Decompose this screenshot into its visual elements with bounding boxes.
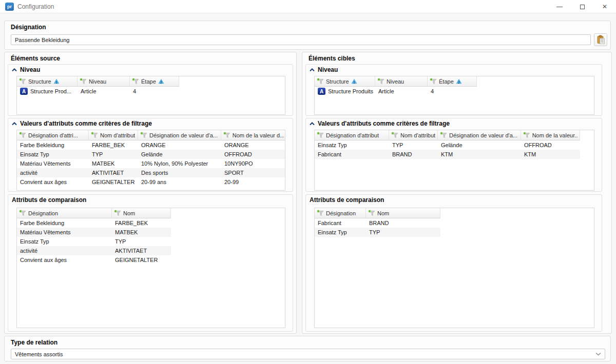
paste-button[interactable]	[594, 33, 607, 46]
table-row[interactable]: AStructure Prod...Article4	[17, 87, 179, 96]
table-cell: Matériau Vêtements	[17, 160, 89, 167]
table-row[interactable]: Convient aux âgesGEIGNETALTER	[17, 255, 171, 265]
table-row[interactable]: AStructure ProduitsArticle4	[315, 87, 477, 96]
table-row[interactable]: Einsatz TypTYPGeländeOFFROAD	[315, 140, 580, 150]
source-niveau-header[interactable]: Niveau	[8, 65, 293, 75]
filter-icon[interactable]	[19, 132, 26, 138]
table-cell: SPORT	[221, 170, 285, 176]
column-header[interactable]: Niveau	[375, 76, 428, 86]
svg-text:1: 1	[55, 80, 57, 84]
column-header[interactable]: Étape2	[428, 76, 477, 86]
filter-icon[interactable]	[19, 78, 26, 85]
article-type-icon: A	[318, 88, 325, 95]
filter-icon[interactable]	[368, 210, 375, 216]
table-header-row: DésignationNom	[315, 208, 440, 218]
column-header[interactable]: Niveau	[78, 76, 130, 86]
designation-group: Désignation	[4, 21, 611, 50]
designation-input[interactable]	[11, 34, 591, 45]
column-header[interactable]: Structure1	[315, 76, 375, 86]
column-header[interactable]: Désignation de valeur d'a...	[438, 130, 521, 140]
table-row[interactable]: FabricantBRANDKTMKTM	[315, 150, 580, 159]
table-cell: OFFROAD	[521, 142, 580, 148]
column-header-label: Nom d'attribut	[100, 132, 135, 138]
filter-icon[interactable]	[140, 132, 147, 138]
target-elements-title: Éléments cibles	[309, 55, 355, 62]
column-header[interactable]: Nom de la valeur d...	[221, 130, 285, 140]
target-filter-header[interactable]: Valeurs d'attributs comme critères de fi…	[306, 118, 602, 129]
filter-icon[interactable]	[317, 210, 324, 216]
target-comparison-section: Attributs de comparaison DésignationNomF…	[305, 194, 602, 332]
sort-order-icon: 2	[158, 78, 164, 84]
source-filter-header[interactable]: Valeurs d'attributs comme critères de fi…	[8, 118, 293, 129]
column-header[interactable]: Désignation	[315, 208, 366, 218]
table-row[interactable]: FabricantBRAND	[315, 218, 440, 228]
collapse-chevron-icon[interactable]	[310, 68, 315, 72]
table-cell: GEIGNETALTER	[89, 179, 138, 185]
filter-icon[interactable]	[523, 132, 530, 138]
relation-type-value: Vêtements assortis	[15, 351, 595, 357]
table-cell: Farbe Bekleidung	[17, 142, 89, 148]
table-cell: MATBEK	[89, 160, 138, 167]
column-header[interactable]: Structure1	[17, 76, 78, 86]
table-cell: TYP	[89, 151, 138, 157]
table-row[interactable]: Farbe BekleidungFARBE_BEK	[17, 218, 171, 228]
source-comparison-section: Attributs de comparaison DésignationNomF…	[8, 194, 293, 332]
column-header-label: Nom de la valeur...	[532, 132, 578, 138]
column-header-label: Structure	[326, 78, 349, 85]
column-header-label: Étape	[439, 78, 454, 85]
table-row[interactable]: Farbe BekleidungFARBE_BEKORANGEORANGE	[17, 140, 285, 150]
table-row[interactable]: Convient aux âgesGEIGNETALTER20-99 ans20…	[17, 177, 285, 187]
table-cell: KTM	[521, 151, 580, 157]
collapse-chevron-icon[interactable]	[310, 122, 315, 126]
column-header[interactable]: Étape2	[130, 76, 179, 86]
filter-icon[interactable]	[19, 210, 26, 216]
filter-icon[interactable]	[440, 132, 447, 138]
column-header[interactable]: Désignation	[17, 208, 112, 218]
column-header[interactable]: Nom	[366, 208, 440, 218]
table-row[interactable]: activitéAKTIVITAETDes sportsSPORT	[17, 168, 285, 177]
target-niveau-header[interactable]: Niveau	[306, 65, 602, 75]
filter-icon[interactable]	[132, 78, 139, 85]
table-cell: TYP	[112, 238, 171, 245]
table-row[interactable]: Einsatz TypTYPGeländeOFFROAD	[17, 150, 285, 159]
filter-icon[interactable]	[223, 132, 230, 138]
column-header[interactable]: Désignation d'attribut	[315, 130, 389, 140]
table-cell: FARBE_BEK	[89, 142, 138, 148]
table-cell: ORANGE	[221, 142, 285, 148]
column-header[interactable]: Désignation de valeur d'a...	[138, 130, 221, 140]
svg-text:2: 2	[458, 80, 460, 84]
filter-icon[interactable]	[391, 132, 398, 138]
table-row[interactable]: activitéAKTIVITAET	[17, 246, 171, 255]
column-header[interactable]: Nom d'attribut	[89, 130, 138, 140]
collapse-chevron-icon[interactable]	[12, 68, 17, 72]
table-row[interactable]: Einsatz TypTYP	[17, 237, 171, 246]
source-elements-title: Éléments source	[11, 55, 60, 62]
collapse-chevron-icon[interactable]	[12, 122, 17, 126]
filter-icon[interactable]	[91, 132, 98, 138]
table-row[interactable]: Matériau VêtementsMATBEK10% Nylon, 90% P…	[17, 159, 285, 168]
table-cell: AStructure Prod...	[17, 88, 78, 95]
app-icon: pr	[5, 3, 14, 11]
column-header[interactable]: Nom	[112, 208, 171, 218]
table-cell: Einsatz Typ	[315, 142, 389, 148]
column-header-label: Désignation	[28, 210, 58, 216]
table-row[interactable]: Matériau VêtementsMATBEK	[17, 228, 171, 237]
column-header[interactable]: Nom de la valeur...	[521, 130, 580, 140]
table-cell: GEIGNETALTER	[112, 257, 171, 263]
filter-icon[interactable]	[114, 210, 121, 216]
target-comparison-header: Attributs de comparaison	[306, 195, 602, 205]
maximize-button[interactable]	[571, 0, 593, 13]
minimize-button[interactable]: —	[548, 0, 571, 13]
close-button[interactable]: ✕	[593, 0, 616, 13]
filter-icon[interactable]	[430, 78, 437, 85]
filter-icon[interactable]	[317, 78, 324, 85]
relation-type-select[interactable]: Vêtements assortis	[11, 349, 605, 359]
table-cell: 10% Nylon, 90% Polyester	[138, 160, 221, 167]
filter-icon[interactable]	[317, 132, 324, 138]
filter-icon[interactable]	[377, 78, 384, 85]
table-row[interactable]: Einsatz TypTYP	[315, 228, 440, 237]
table-cell: Des sports	[138, 170, 221, 176]
column-header[interactable]: Nom d'attribut	[389, 130, 438, 140]
column-header[interactable]: Désignation d'attri...	[17, 130, 89, 140]
filter-icon[interactable]	[80, 78, 87, 85]
